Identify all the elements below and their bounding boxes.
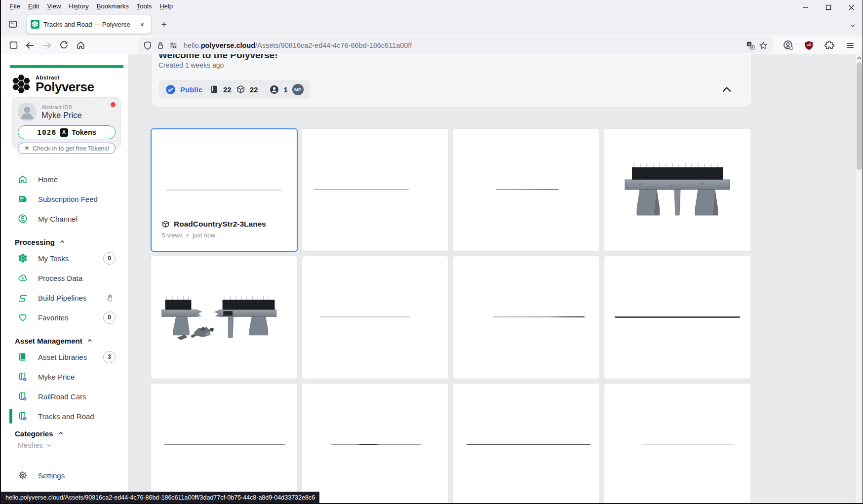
tracking-shield-icon[interactable]	[143, 41, 152, 50]
scrollbar-thumb[interactable]	[857, 62, 862, 170]
visibility-label: Public	[180, 85, 202, 94]
shared-library-icon	[18, 411, 28, 421]
navigation-toolbar: hello.polyverse.cloud/Assets/90816ca2-ed…	[1, 36, 863, 55]
sidebar-item-home[interactable]: Home	[1, 169, 128, 189]
owner-avatar[interactable]: MP	[292, 84, 304, 95]
url-text[interactable]: hello.polyverse.cloud/Assets/90816ca2-ed…	[184, 41, 742, 49]
puzzle-piece-icon	[824, 40, 834, 50]
section-asset-management[interactable]: Asset Management	[1, 334, 128, 347]
status-bar-link-preview: hello.polyverse.cloud/Assets/90816ca2-ed…	[1, 492, 319, 503]
extensions-button[interactable]	[821, 37, 838, 54]
polyverse-favicon-icon	[31, 20, 39, 29]
lock-icon[interactable]	[156, 41, 165, 50]
sidebar-item-my-tasks[interactable]: My Tasks 0	[1, 248, 128, 268]
menu-help[interactable]: Help	[156, 1, 177, 11]
asset-card[interactable]	[302, 256, 449, 379]
library-book-icon	[18, 352, 28, 362]
firefox-view-icon	[8, 19, 18, 29]
back-button[interactable]	[22, 37, 39, 54]
sidebar-item-library-railroad-cars[interactable]: RailRoad Cars	[1, 387, 128, 406]
asset-card[interactable]	[151, 383, 298, 503]
reload-button[interactable]	[55, 37, 72, 54]
gear-icon	[18, 470, 28, 480]
minimize-button[interactable]	[794, 0, 817, 15]
close-window-button[interactable]	[840, 0, 863, 15]
sidebar-toggle-button[interactable]	[5, 37, 22, 54]
chevron-up-icon	[58, 430, 64, 436]
asset-card[interactable]	[302, 383, 449, 503]
sidebar-item-library-tracks-and-road[interactable]: Tracks and Road	[1, 406, 128, 426]
sidebar-toggle-icon	[9, 40, 18, 50]
menu-view[interactable]: View	[43, 1, 65, 11]
asset-libraries-badge: 3	[103, 351, 116, 363]
permissions-icon[interactable]	[169, 41, 178, 50]
active-tab[interactable]: Tracks and Road — Polyverse ×	[27, 15, 151, 34]
cloud-upload-icon	[18, 273, 28, 283]
checkin-button[interactable]: ★ Check-in to get free Tokens!	[18, 143, 116, 154]
asset-title: RoadCountryStr2-3Lanes	[174, 220, 266, 229]
asset-card[interactable]	[604, 128, 751, 252]
menu-tools[interactable]: Tools	[133, 1, 156, 11]
asset-card[interactable]	[604, 256, 751, 379]
section-processing[interactable]: Processing	[1, 235, 128, 248]
shared-library-icon	[18, 391, 28, 401]
home-icon	[18, 174, 28, 184]
menu-file[interactable]: File	[6, 1, 24, 11]
heart-icon	[18, 312, 28, 322]
categories-meshes-dropdown[interactable]: Meshes	[1, 440, 128, 451]
sidebar-item-subscription-feed[interactable]: Subscription Feed	[1, 189, 128, 209]
page-scrollbar[interactable]	[855, 54, 863, 503]
asset-time: just now	[193, 232, 215, 239]
list-all-tabs-button[interactable]	[847, 20, 859, 32]
maximize-icon	[825, 4, 831, 10]
token-balance-pill[interactable]: 1026 Λ Tokens	[18, 125, 116, 139]
maximize-button[interactable]	[817, 0, 840, 15]
collapse-header-button[interactable]	[719, 83, 734, 96]
svg-text:A: A	[751, 45, 753, 48]
asset-card[interactable]	[453, 383, 600, 503]
asset-card[interactable]	[604, 383, 751, 503]
url-bar[interactable]: hello.polyverse.cloud/Assets/90816ca2-ed…	[138, 38, 773, 53]
tab-bar: Tracks and Road — Polyverse × +	[1, 12, 863, 36]
asset-card-roadcountrystr2-3lanes[interactable]: RoadCountryStr2-3Lanes 5 views • just no…	[151, 128, 298, 252]
ublock-button[interactable]: uO	[800, 37, 817, 54]
brand-logo[interactable]: Abstract Polyverse	[11, 73, 128, 95]
home-button[interactable]	[72, 37, 89, 54]
sidebar-item-asset-libraries[interactable]: Asset Libraries 3	[1, 347, 128, 367]
road-mesh-preview	[166, 190, 280, 191]
sidebar-item-build-pipelines[interactable]: Build Pipelines	[1, 288, 128, 308]
hand-wave-icon	[106, 293, 116, 303]
menu-edit[interactable]: Edit	[24, 1, 43, 11]
firefox-view-button[interactable]	[5, 16, 21, 32]
scroll-up-arrow-icon[interactable]	[857, 56, 862, 61]
tab-close-button[interactable]: ×	[137, 19, 147, 29]
hamburger-menu-icon	[846, 41, 855, 50]
forward-button[interactable]	[39, 37, 55, 54]
main-content: Welcome to the Polyverse! Created 1 week…	[129, 54, 855, 503]
sidebar-item-library-myke-price[interactable]: Myke Price	[1, 367, 128, 387]
asset-card[interactable]	[302, 128, 449, 252]
app-menu-button[interactable]	[842, 37, 859, 54]
road-mesh-preview	[467, 444, 591, 445]
section-categories[interactable]: Categories	[1, 427, 128, 440]
account-button[interactable]	[780, 37, 796, 54]
bookmark-star-icon[interactable]	[759, 41, 768, 50]
user-card[interactable]: Abstract IDB Myke Price 1026 Λ Tokens ★ …	[12, 97, 121, 149]
sidebar-item-process-data[interactable]: Process Data	[1, 268, 128, 288]
sidebar-item-settings[interactable]: Settings	[1, 465, 128, 485]
menu-history[interactable]: History	[65, 1, 92, 11]
asset-card[interactable]	[453, 256, 600, 379]
close-icon	[848, 4, 855, 11]
road-mesh-preview	[615, 316, 741, 318]
checkin-star-icon: ★	[24, 145, 30, 152]
sidebar-item-favorites[interactable]: Favorites 0	[1, 308, 128, 327]
menu-bookmarks[interactable]: Bookmarks	[93, 1, 133, 11]
asset-card[interactable]	[453, 128, 600, 252]
asset-card[interactable]	[151, 256, 298, 379]
new-tab-button[interactable]: +	[157, 18, 171, 32]
forward-arrow-icon	[42, 40, 52, 50]
translate-icon[interactable]: aA	[746, 41, 755, 50]
user-org-label: Abstract IDB	[41, 104, 82, 110]
chevron-down-icon	[46, 442, 52, 448]
sidebar-item-my-channel[interactable]: My Channel	[1, 209, 128, 229]
